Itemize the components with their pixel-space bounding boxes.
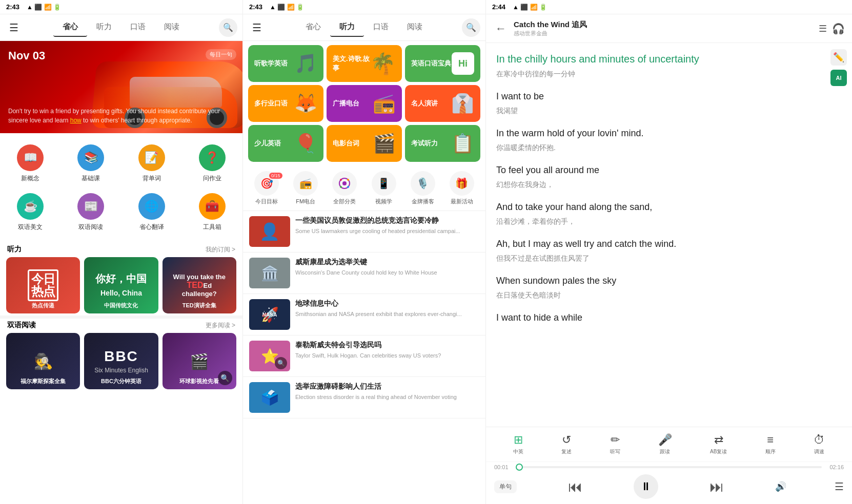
cat-tinggeyingyu[interactable]: 听歌学英语 🎵 [248, 45, 323, 82]
news-content-3: 泰勒斯威夫特会引导选民吗 Taylor Swift, Hulk Hogan. C… [295, 341, 479, 371]
listen-card-1-title: 中国传统文化 [84, 302, 158, 309]
back-button[interactable]: ← [493, 20, 509, 37]
shortcut-shuangyu-yuedu[interactable]: 📰 双语阅读 [60, 188, 121, 237]
word-mode-btn[interactable]: 单句 [494, 480, 517, 493]
reading-section-link[interactable]: 更多阅读 > [206, 321, 235, 330]
tab2-tingli[interactable]: 听力 [330, 18, 364, 37]
news-item-3[interactable]: ⭐ 🔍 泰勒斯威夫特会引导选民吗 Taylor Swift, Hulk Hoga… [243, 335, 485, 377]
lyric-cn-4: 沿着沙滩，牵着你的手， [496, 216, 820, 227]
ctrl-gendou[interactable]: 🎤 跟读 [654, 431, 676, 457]
shortcut-jichuke[interactable]: 📚 基础课 [60, 139, 121, 188]
news-item-0[interactable]: 👤 一些美国议员敦促激烈的总统竞选言论要冷静 Some US lawmakers… [243, 211, 485, 253]
wenzuoye-label: 问作业 [203, 174, 221, 183]
news-item-4[interactable]: 🗳️ 选举应激障碍影响人们生活 Election stress disorder… [243, 377, 485, 418]
lyric-en-6: When sundown pales the sky [496, 274, 820, 288]
news-cn-2: 地球信息中心 [295, 299, 479, 308]
ab-icon: ⇄ [714, 433, 723, 447]
ai-btn[interactable]: AI [830, 70, 847, 86]
shortcut-wenzuoye[interactable]: ❓ 问作业 [182, 139, 242, 188]
search-btn-1[interactable]: 🔍 [219, 18, 237, 37]
edit-icon-btn[interactable]: ✏️ [830, 49, 847, 66]
ctrl-tingxie[interactable]: ✏ 听写 [606, 431, 624, 457]
song-info: Catch the Wind 追风 感动世界金曲 [514, 20, 814, 37]
reading-card-2[interactable]: 🎬 🔍 环球影视抢先看 [163, 333, 236, 389]
ctrl-shunxu[interactable]: ≡ 顺序 [761, 431, 780, 457]
news-content-0: 一些美国议员敦促激烈的总统竞选言论要冷静 Some US lawmakers u… [295, 216, 479, 247]
cat-mingrenyanjiang[interactable]: 名人演讲 👔 [405, 85, 480, 122]
progress-bar[interactable] [516, 466, 822, 468]
svg-point-1 [342, 181, 347, 185]
cat-duohangye[interactable]: 多行业口语 🦊 [248, 85, 323, 122]
zhongying-icon: ⊞ [514, 433, 523, 447]
playlist-btn[interactable]: ☰ [835, 480, 844, 493]
lyric-block-3: To feel you all around me 幻想你在我身边， [496, 163, 820, 190]
listen-section-title: 听力 [7, 245, 22, 254]
ctrl-ab[interactable]: ⇄ AB复读 [706, 431, 731, 457]
tab2-kouyu[interactable]: 口语 [364, 18, 398, 37]
ctrl-tiaoshu[interactable]: ⏱ 调速 [809, 431, 829, 457]
func-jinpai[interactable]: 🎙️ 金牌播客 [403, 169, 442, 207]
news-content-2: 地球信息中心 Smithsonian and NASA present exhi… [295, 299, 479, 330]
lyric-block-5: Ah, but I may as well try and catch the … [496, 237, 820, 264]
play-pause-btn[interactable]: ⏸ [634, 474, 658, 499]
news-en-0: Some US lawmakers urge cooling of heated… [295, 227, 479, 235]
shuangyumeiwen-icon: ☕ [17, 193, 44, 220]
func-zuixin[interactable]: 🎁 最新活动 [442, 169, 481, 207]
listen-card-0[interactable]: 今日热点 热点传递 [6, 257, 80, 313]
search-btn-2[interactable]: 🔍 [462, 18, 480, 37]
lyric-block-6: When sundown pales the sky 在日落使天色暗淡时 [496, 274, 820, 301]
cat-kaoshi[interactable]: 考试听力 📋 [405, 125, 480, 162]
cat-shaoyingyu[interactable]: 少儿英语 🎈 [248, 125, 323, 162]
reading-card-0[interactable]: 🕵️ 福尔摩斯探案全集 [6, 333, 80, 389]
func-shipinxue[interactable]: 📱 视频学 [364, 169, 403, 207]
nav-tabs-2: 省心 听力 口语 阅读 [266, 18, 462, 37]
listen-section-link[interactable]: 我的订阅 > [206, 245, 235, 254]
tab2-yuedu[interactable]: 阅读 [398, 18, 432, 37]
headphone-btn[interactable]: 🎧 [832, 23, 845, 35]
cat-guangbo[interactable]: 广播电台 📻 [327, 85, 402, 122]
shortcut-gongju[interactable]: 🧰 工具箱 [182, 188, 242, 237]
volume-btn[interactable]: 🔊 [775, 481, 786, 492]
thumb-search-icon-3[interactable]: 🔍 [275, 357, 287, 369]
ctrl-zhongying[interactable]: ⊞ 中英 [509, 431, 528, 457]
tab-shengxin[interactable]: 省心 [53, 18, 87, 37]
shortcut-beidanci[interactable]: 📝 背单词 [121, 139, 182, 188]
reading-card-1[interactable]: BBC Six Minutes English BBC六分钟英语 [84, 333, 158, 389]
reading-card-2-title: 环球影视抢先看 [163, 377, 236, 385]
lyric-block-2: In the warm hold of your lovin' mind. 你温… [496, 127, 820, 153]
hero-banner[interactable]: Nov 03 每日一句 Don't try to win a friend by… [0, 41, 242, 133]
lyrics-content: In the chilly hours and minutes of uncer… [486, 43, 830, 427]
tab-yuedu[interactable]: 阅读 [155, 18, 189, 37]
lyric-block-7: I want to hide a while [496, 311, 820, 325]
next-btn[interactable]: ⏭ [706, 475, 727, 498]
listen-card-2[interactable]: Will you take theTEDEdchallenge? TED演讲全集 [163, 257, 236, 313]
ctrl-fushu[interactable]: ↺ 复述 [557, 431, 576, 457]
cat-meiwen[interactable]: 美文.诗歌.故事 🌴 [327, 45, 402, 82]
shortcut-fanyi[interactable]: 🌐 省心翻译 [121, 188, 182, 237]
menu-icon-2[interactable]: ☰ [248, 17, 266, 38]
listen-section-header: 听力 我的订阅 > [0, 243, 242, 255]
news-cn-0: 一些美国议员敦促激烈的总统竞选言论要冷静 [295, 216, 479, 225]
gendou-icon: 🎤 [658, 433, 672, 447]
news-en-4: Election stress disorder is a real thing… [295, 393, 479, 401]
tab-tingli[interactable]: 听力 [87, 18, 121, 37]
listen-card-1[interactable]: 你好，中国Hello, China 中国传统文化 [84, 257, 158, 313]
tab-kouyu[interactable]: 口语 [121, 18, 155, 37]
shortcut-xingainian[interactable]: 📖 新概念 [0, 139, 60, 188]
tab2-shengxin[interactable]: 省心 [296, 18, 330, 37]
menu-icon-1[interactable]: ☰ [5, 17, 23, 38]
cat-dianying[interactable]: 电影台词 🎬 [327, 125, 402, 162]
news-item-2[interactable]: 🚀 NASA 地球信息中心 Smithsonian and NASA prese… [243, 294, 485, 335]
lyric-cn-6: 在日落使天色暗淡时 [496, 290, 820, 301]
reading-card-1-title: BBC六分钟英语 [84, 377, 158, 385]
func-fm[interactable]: 📻 FM电台 [286, 169, 325, 207]
listen-card-0-title: 热点传递 [6, 302, 80, 309]
func-jintimubiao[interactable]: 🎯 0/15 今日目标 [247, 169, 286, 207]
list-view-btn[interactable]: ☰ [819, 23, 827, 34]
progress-thumb[interactable] [516, 464, 523, 471]
shortcut-shuangyu-meiwen[interactable]: ☕ 双语美文 [0, 188, 60, 237]
news-item-1[interactable]: 🏛️ 威斯康星成为选举关键 Wisconsin's Dane County co… [243, 253, 485, 294]
cat-kouyu-baodian[interactable]: 英语口语宝典 Hi [405, 45, 480, 82]
prev-btn[interactable]: ⏮ [565, 475, 585, 498]
func-quanbu[interactable]: 全部分类 [325, 169, 364, 207]
